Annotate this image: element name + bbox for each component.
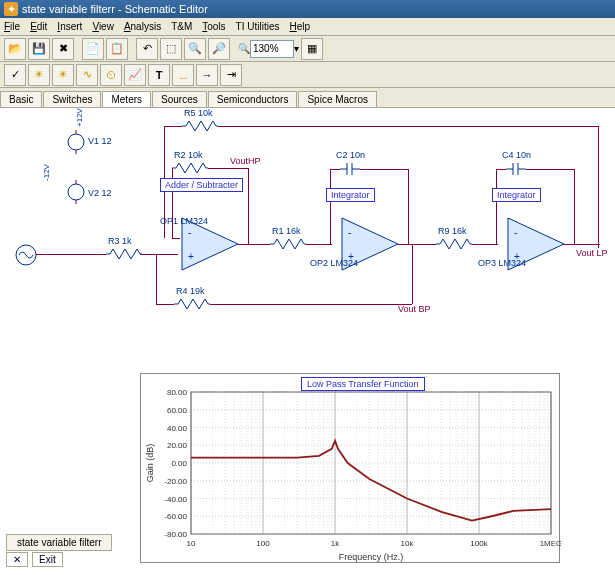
tab-semiconductors[interactable]: Semiconductors bbox=[208, 91, 298, 107]
menu-help[interactable]: Help bbox=[290, 21, 311, 32]
menu-insert[interactable]: Insert bbox=[57, 21, 82, 32]
zoom-out-icon[interactable]: 🔎 bbox=[208, 38, 230, 60]
resistor-r1[interactable] bbox=[270, 238, 306, 250]
label-op3: OP3 LM324 bbox=[478, 258, 526, 268]
tab-switches[interactable]: Switches bbox=[43, 91, 101, 107]
voltage-source-v1[interactable] bbox=[62, 128, 90, 158]
label-r2: R2 10k bbox=[174, 150, 203, 160]
wire bbox=[526, 169, 574, 170]
wire bbox=[398, 244, 436, 245]
app-icon: ✦ bbox=[4, 2, 18, 16]
menubar[interactable]: FFileile Edit Insert View Analysis T&M T… bbox=[0, 18, 615, 36]
wire bbox=[218, 126, 598, 127]
svg-text:0.00: 0.00 bbox=[171, 459, 187, 468]
zoom-input[interactable] bbox=[250, 40, 294, 58]
doc-tab[interactable]: state variable filterr bbox=[6, 534, 112, 551]
resistor-r5[interactable] bbox=[182, 120, 218, 132]
document-tabs: state variable filterr bbox=[6, 534, 114, 551]
svg-text:-80.00: -80.00 bbox=[164, 530, 187, 539]
svg-text:100: 100 bbox=[256, 539, 270, 548]
plot-icon[interactable]: 📈 bbox=[124, 64, 146, 86]
label-c2: C2 10n bbox=[336, 150, 365, 160]
save-icon[interactable]: 💾 bbox=[28, 38, 50, 60]
bus-icon[interactable]: ⇥ bbox=[220, 64, 242, 86]
tab-spice-macros[interactable]: Spice Macros bbox=[298, 91, 377, 107]
menu-tools[interactable]: Tools bbox=[202, 21, 225, 32]
svg-text:60.00: 60.00 bbox=[167, 406, 188, 415]
capacitor-c2[interactable] bbox=[340, 162, 360, 176]
wire bbox=[564, 244, 600, 245]
svg-text:-: - bbox=[348, 227, 351, 238]
open-icon[interactable]: 📂 bbox=[4, 38, 26, 60]
svg-text:-60.00: -60.00 bbox=[164, 512, 187, 521]
menu-tm[interactable]: T&M bbox=[171, 21, 192, 32]
label-v2: V2 12 bbox=[88, 188, 112, 198]
menu-file[interactable]: FFileile bbox=[4, 21, 20, 32]
ac-icon[interactable]: ∿ bbox=[76, 64, 98, 86]
menu-view[interactable]: View bbox=[92, 21, 114, 32]
close-icon[interactable]: ✖ bbox=[52, 38, 74, 60]
wire bbox=[36, 254, 106, 255]
window-title: state variable filterr - Schematic Edito… bbox=[22, 3, 208, 15]
wire bbox=[496, 169, 497, 244]
svg-text:10: 10 bbox=[187, 539, 196, 548]
svg-text:Gain (dB): Gain (dB) bbox=[145, 444, 155, 483]
arrow-icon[interactable]: → bbox=[196, 64, 218, 86]
svg-text:40.00: 40.00 bbox=[167, 424, 188, 433]
label-icon[interactable]: ⎵ bbox=[172, 64, 194, 86]
svg-point-3 bbox=[68, 184, 84, 200]
resistor-r3[interactable] bbox=[106, 248, 142, 260]
tab-meters[interactable]: Meters bbox=[102, 91, 151, 107]
menu-edit[interactable]: Edit bbox=[30, 21, 47, 32]
node-voutlp: Vout LP bbox=[576, 248, 608, 258]
svg-text:1MEG: 1MEG bbox=[540, 539, 561, 548]
wire bbox=[164, 126, 182, 127]
component-tabs: Basic Switches Meters Sources Semiconduc… bbox=[0, 88, 615, 108]
schematic-canvas[interactable]: +12V V1 12 -12V V2 12 R3 1k R2 10k VoutH… bbox=[0, 108, 615, 568]
svg-text:-: - bbox=[188, 227, 191, 238]
menu-analysis[interactable]: Analysis bbox=[124, 21, 161, 32]
box-integ2: Integrator bbox=[492, 188, 541, 202]
wire bbox=[330, 169, 331, 244]
ac-source[interactable] bbox=[14, 243, 38, 269]
tran-icon[interactable]: ⏲ bbox=[100, 64, 122, 86]
copy-icon[interactable]: 📄 bbox=[82, 38, 104, 60]
grid-icon[interactable]: ▦ bbox=[301, 38, 323, 60]
zoom-control[interactable]: 🔍▾ bbox=[238, 40, 299, 58]
wire bbox=[140, 254, 178, 255]
resistor-r4[interactable] bbox=[174, 298, 210, 310]
paste-icon[interactable]: 📋 bbox=[106, 38, 128, 60]
wire bbox=[412, 244, 413, 304]
dc2-icon[interactable]: ☀ bbox=[52, 64, 74, 86]
wire bbox=[408, 169, 409, 244]
select-icon[interactable]: ⬚ bbox=[160, 38, 182, 60]
status-close[interactable]: ✕ bbox=[6, 552, 28, 567]
resistor-r2[interactable] bbox=[172, 162, 208, 174]
tab-basic[interactable]: Basic bbox=[0, 91, 42, 107]
label-op1: OP1 LM324 bbox=[160, 216, 208, 226]
dc-icon[interactable]: ☀ bbox=[28, 64, 50, 86]
erc-icon[interactable]: ✓ bbox=[4, 64, 26, 86]
wire bbox=[248, 168, 249, 244]
wire bbox=[574, 169, 575, 244]
wire bbox=[496, 169, 506, 170]
voltage-source-v2[interactable] bbox=[62, 178, 90, 208]
resistor-r9[interactable] bbox=[436, 238, 472, 250]
box-adder: Adder / Subtracter bbox=[160, 178, 243, 192]
wire bbox=[156, 304, 174, 305]
label-plus12v-1: +12V bbox=[75, 108, 84, 127]
undo-icon[interactable]: ↶ bbox=[136, 38, 158, 60]
svg-text:-20.00: -20.00 bbox=[164, 477, 187, 486]
zoom-in-icon[interactable]: 🔍 bbox=[184, 38, 206, 60]
wire bbox=[208, 168, 248, 169]
tab-sources[interactable]: Sources bbox=[152, 91, 207, 107]
capacitor-c4[interactable] bbox=[506, 162, 526, 176]
status-exit[interactable]: Exit bbox=[32, 552, 63, 567]
svg-text:80.00: 80.00 bbox=[167, 388, 188, 397]
menu-tiutil[interactable]: TI Utilities bbox=[236, 21, 280, 32]
status-bar: ✕ Exit bbox=[6, 552, 63, 567]
svg-text:+: + bbox=[188, 251, 194, 262]
svg-text:10k: 10k bbox=[401, 539, 415, 548]
wire bbox=[472, 244, 498, 245]
text-icon[interactable]: T bbox=[148, 64, 170, 86]
